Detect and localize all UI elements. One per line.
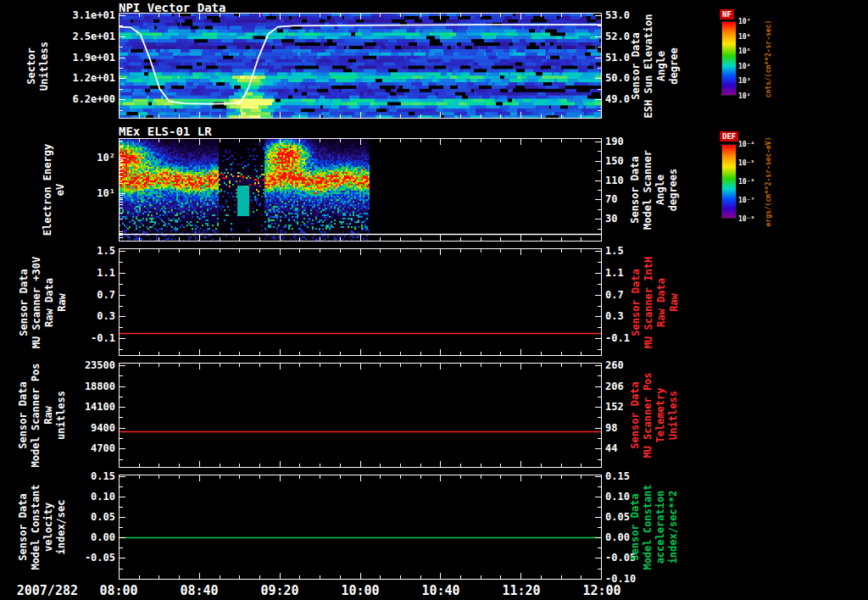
panel3-right-axis-title-line: Sensor Data <box>629 248 642 356</box>
panel3-right-axis-title-line: MU Scanner IntH <box>642 248 654 356</box>
panel2-right-axis-title: Sensor DataModel ScannerAngledegrees <box>629 138 680 242</box>
nf-colorbar-tick-label: 10³ <box>738 77 750 85</box>
npi-spectrogram-canvas <box>119 13 602 119</box>
model-constant-plot-canvas <box>119 475 602 580</box>
nf-colorbar-tick-label: 10⁴ <box>738 63 750 70</box>
panel5-left-axis-title-line: Sensor Data <box>17 475 30 580</box>
nf-colorbar-tick-label: 10⁶ <box>738 33 750 41</box>
panel5-right-axis-title-line: acceleration <box>654 475 667 580</box>
x-tick-label: 12:00 <box>564 583 640 598</box>
panel3-left-axis-title: Sensor DataMU Scanner +30VRaw DataRaw <box>17 248 68 356</box>
panel4-right-axis-title-line: MU Scanner Pos <box>642 363 654 468</box>
nf-colorbar-tick-label: 10⁵ <box>738 47 750 55</box>
panel4-left-axis-title-line: Raw <box>42 363 55 468</box>
panel1-left-axis-title-line: Unitless <box>37 13 50 119</box>
panel3-left-axis-title-line: Sensor Data <box>17 248 30 356</box>
def-colorbar-tick-label: 10⁻⁷ <box>738 197 754 204</box>
panel4-right-axis-title-line: Sensor Data <box>629 363 642 468</box>
panel2-left-axis-title-line: Electron Energy <box>42 138 54 242</box>
nf-colorbar-tick-label: 10⁷ <box>738 18 750 25</box>
panel4-left-axis-title: Sensor DataModel Scanner PosRawunitless <box>17 363 68 468</box>
x-tick-label: 09:20 <box>242 583 318 598</box>
panel3-left-axis-title-line: Raw Data <box>42 248 55 356</box>
panel2-left-axis-title: Electron EnergyeV <box>42 138 67 242</box>
panel-title-els: MEx ELS-01 LR <box>119 125 212 138</box>
panel1-left-tick-label: 1.2e+01 <box>49 72 115 84</box>
nf-colorbar-tick-label: 10² <box>738 92 750 100</box>
mu-scanner-30v-plot-canvas <box>119 248 602 356</box>
panel1-left-tick-label: 3.1e+01 <box>49 9 115 21</box>
panel1-right-axis-title-line: Angle <box>654 13 667 119</box>
x-tick-label: 08:00 <box>81 583 157 598</box>
panel1-left-axis-title-line: Sector <box>25 13 37 119</box>
panel3-left-axis-title-line: Raw <box>55 248 68 356</box>
nf-colorbar-title: NF <box>720 9 734 19</box>
panel1-left-tick-label: 1.9e+01 <box>49 52 115 64</box>
panel1-left-axis-title: SectorUnitless <box>25 13 50 119</box>
def-colorbar-tick-label: 10⁻⁵ <box>738 159 754 167</box>
panel4-right-axis-title-line: Unitless <box>667 363 680 468</box>
panel1-right-axis-title-line: degree <box>667 13 680 119</box>
panel2-right-axis-title-line: degrees <box>667 138 680 242</box>
panel4-left-axis-title-line: Model Scanner Pos <box>30 363 42 468</box>
panel5-left-axis-title-line: velocity <box>42 475 55 580</box>
panel3-left-axis-title-line: MU Scanner +30V <box>30 248 42 356</box>
panel4-left-axis-title-line: Sensor Data <box>17 363 30 468</box>
x-axis-date-label: 2007/282 <box>0 583 78 598</box>
panel1-left-tick-label: 6.2e+00 <box>49 93 115 105</box>
def-colorbar-unit-label-line: ergs/(cm**2-sr-sec-eV) <box>764 109 773 253</box>
panel3-right-axis-title: Sensor DataMU Scanner IntHRaw DataRaw <box>629 248 680 356</box>
x-tick-label: 11:20 <box>483 583 559 598</box>
def-colorbar-tick-label: 10⁻⁶ <box>738 178 754 186</box>
panel5-right-axis-title-line: Model Constant <box>642 475 654 580</box>
panel4-right-axis-title-line: Telemetry <box>654 363 667 468</box>
panel1-right-axis-title-line: ESH Sun Elevation <box>642 13 654 119</box>
panel5-right-axis-title-line: index/sec**2 <box>667 475 680 580</box>
x-tick-label: 10:00 <box>322 583 398 598</box>
science-multipanel-plot: NPI Vector Data MEx ELS-01 LR NF DEF 200… <box>0 0 868 600</box>
def-colorbar-tick-label: 10⁻⁴ <box>738 141 754 148</box>
panel4-right-axis-title: Sensor DataMU Scanner PosTelemetryUnitle… <box>629 363 680 468</box>
x-tick-label: 10:40 <box>403 583 479 598</box>
nf-colorbar <box>721 21 737 96</box>
panel2-right-axis-title-line: Angle <box>654 138 667 242</box>
def-colorbar-unit-label: ergs/(cm**2-sr-sec-eV) <box>764 109 773 253</box>
panel5-left-axis-title: Sensor DataModel Constantvelocityindex/s… <box>17 475 68 580</box>
scanner-pos-plot-canvas <box>119 363 602 468</box>
panel2-right-axis-title-line: Sensor Data <box>629 138 642 242</box>
panel4-left-axis-title-line: unitless <box>55 363 68 468</box>
panel1-right-axis-title: Sensor DataESH Sun ElevationAngledegree <box>629 13 680 119</box>
x-tick-label: 08:40 <box>161 583 237 598</box>
panel5-left-axis-title-line: Model Constant <box>30 475 42 580</box>
panel2-right-axis-title-line: Model Scanner <box>642 138 654 242</box>
panel5-right-axis-title: Sensor DataModel Constantaccelerationind… <box>629 475 680 580</box>
def-colorbar-tick-label: 10⁻⁸ <box>738 215 754 223</box>
panel3-right-axis-title-line: Raw Data <box>654 248 667 356</box>
panel1-right-axis-title-line: Sensor Data <box>629 13 642 119</box>
panel5-right-axis-title-line: Sensor Data <box>629 475 642 580</box>
panel2-left-axis-title-line: eV <box>54 138 67 242</box>
els-spectrogram-canvas <box>119 138 602 242</box>
def-colorbar-title: DEF <box>720 131 738 142</box>
panel5-left-axis-title-line: index/sec <box>55 475 68 580</box>
def-colorbar <box>721 144 737 219</box>
panel3-right-axis-title-line: Raw <box>667 248 680 356</box>
panel1-left-tick-label: 2.5e+01 <box>49 31 115 42</box>
